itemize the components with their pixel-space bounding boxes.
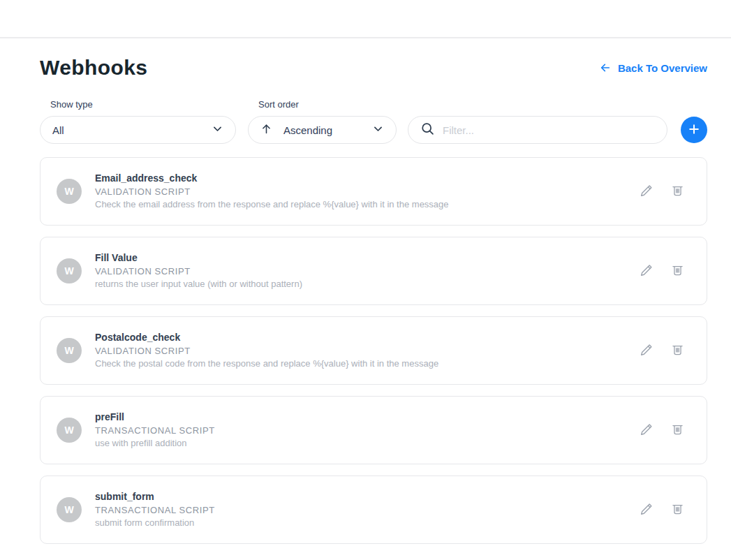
webhook-avatar: W — [57, 258, 82, 283]
webhook-card: W submit_form TRANSACTIONAL SCRIPT submi… — [40, 476, 707, 544]
webhook-avatar: W — [57, 497, 82, 522]
webhook-name: submit_form — [95, 491, 215, 503]
webhook-card: W Email_address_check VALIDATION SCRIPT … — [40, 157, 707, 226]
delete-webhook-button[interactable] — [670, 183, 685, 200]
plus-icon — [687, 122, 701, 138]
top-bar — [0, 0, 731, 38]
webhook-info: preFill TRANSACTIONAL SCRIPT use with pr… — [95, 411, 215, 449]
pencil-icon — [639, 501, 654, 519]
webhook-card: W Fill Value VALIDATION SCRIPT returns t… — [40, 237, 707, 305]
search-icon — [420, 121, 435, 139]
webhook-list: W Email_address_check VALIDATION SCRIPT … — [40, 157, 707, 544]
pencil-icon — [639, 342, 654, 360]
filter-input[interactable] — [443, 124, 655, 136]
filter-field[interactable] — [408, 116, 667, 144]
add-webhook-button[interactable] — [681, 117, 707, 143]
arrow-up-icon — [260, 122, 272, 138]
webhook-type: TRANSACTIONAL SCRIPT — [95, 504, 215, 516]
edit-webhook-button[interactable] — [639, 342, 654, 360]
sort-order-label: Sort order — [258, 99, 397, 110]
webhook-name: Fill Value — [95, 252, 302, 264]
sort-order-select[interactable]: Ascending — [248, 116, 397, 144]
chevron-down-icon — [212, 123, 223, 138]
webhook-info: submit_form TRANSACTIONAL SCRIPT submit … — [95, 491, 215, 529]
webhook-actions — [639, 183, 685, 200]
back-link-label: Back To Overview — [618, 62, 707, 74]
delete-webhook-button[interactable] — [670, 263, 685, 280]
webhook-description: Check the email address from the respons… — [95, 198, 449, 210]
webhook-actions — [639, 342, 685, 360]
delete-webhook-button[interactable] — [670, 422, 685, 439]
webhook-description: use with prefill addition — [95, 437, 215, 449]
show-type-group: Show type All — [40, 99, 236, 144]
delete-webhook-button[interactable] — [670, 501, 685, 519]
sort-order-group: Sort order Ascending — [248, 99, 397, 144]
webhook-name: preFill — [95, 411, 215, 423]
webhook-description: returns the user input value (with or wi… — [95, 278, 302, 290]
webhook-actions — [639, 501, 685, 519]
webhook-name: Postalcode_check — [95, 332, 438, 344]
webhook-description: Check the postal code from the response … — [95, 358, 438, 369]
chevron-down-icon — [372, 123, 384, 138]
webhook-actions — [639, 263, 685, 280]
page-header: Webhooks Back To Overview — [40, 56, 707, 80]
webhooks-page: Webhooks Back To Overview Show type All — [0, 38, 731, 544]
webhook-card: W preFill TRANSACTIONAL SCRIPT use with … — [40, 396, 707, 464]
list-controls: Show type All Sort order Ascending — [40, 99, 707, 144]
webhook-name: Email_address_check — [95, 172, 449, 184]
pencil-icon — [639, 263, 654, 280]
webhook-avatar: W — [57, 418, 82, 443]
pencil-icon — [639, 422, 654, 439]
show-type-select[interactable]: All — [40, 116, 236, 144]
delete-webhook-button[interactable] — [670, 342, 685, 360]
webhook-card: W Postalcode_check VALIDATION SCRIPT Che… — [40, 316, 707, 385]
trash-icon — [670, 501, 685, 519]
back-to-overview-link[interactable]: Back To Overview — [599, 62, 707, 74]
webhook-info: Email_address_check VALIDATION SCRIPT Ch… — [95, 172, 449, 210]
back-arrow-icon — [599, 62, 612, 73]
trash-icon — [670, 183, 685, 200]
edit-webhook-button[interactable] — [639, 263, 654, 280]
webhook-info: Postalcode_check VALIDATION SCRIPT Check… — [95, 332, 438, 369]
trash-icon — [670, 422, 685, 439]
page-title: Webhooks — [40, 56, 147, 80]
webhook-avatar: W — [57, 338, 82, 363]
edit-webhook-button[interactable] — [639, 422, 654, 439]
webhook-description: submit form confirmation — [95, 517, 215, 529]
trash-icon — [670, 263, 685, 280]
webhook-actions — [639, 422, 685, 439]
webhook-type: VALIDATION SCRIPT — [95, 345, 438, 357]
sort-order-value: Ascending — [283, 124, 332, 136]
trash-icon — [670, 342, 685, 360]
show-type-value: All — [52, 124, 64, 136]
webhook-type: TRANSACTIONAL SCRIPT — [95, 425, 215, 436]
edit-webhook-button[interactable] — [639, 183, 654, 200]
webhook-type: VALIDATION SCRIPT — [95, 186, 449, 198]
webhook-info: Fill Value VALIDATION SCRIPT returns the… — [95, 252, 302, 290]
edit-webhook-button[interactable] — [639, 501, 654, 519]
webhook-avatar: W — [57, 179, 82, 204]
webhook-type: VALIDATION SCRIPT — [95, 265, 302, 277]
pencil-icon — [639, 183, 654, 200]
show-type-label: Show type — [50, 99, 236, 110]
